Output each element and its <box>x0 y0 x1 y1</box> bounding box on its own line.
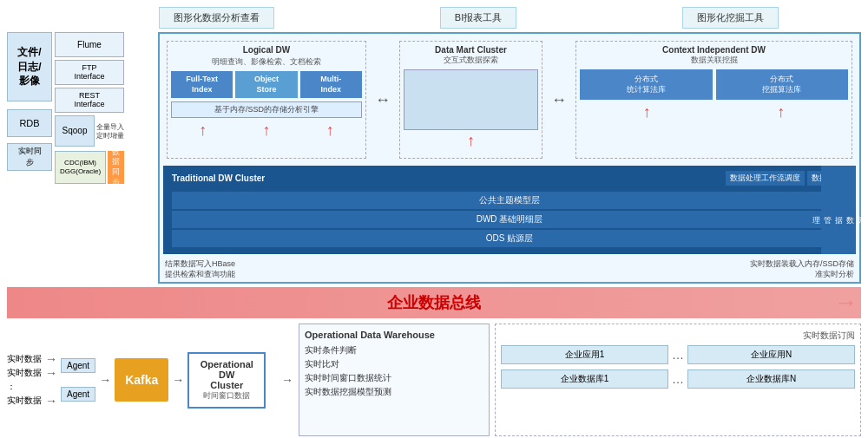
ftp-connector: FTPInterface <box>55 60 124 85</box>
rdb-box: RDB <box>7 109 52 137</box>
traditional-dw-section: Traditional DW Cluster 数据处理工作流调度 数据稽核 公共… <box>160 166 859 258</box>
app-row-2: 企业数据库1 … 企业数据库N <box>501 369 855 389</box>
context-boxes: 分布式统计算法库 分布式挖掘算法库 <box>580 69 848 100</box>
data-mart-cluster: Data Mart Cluster 交互式数据探索 ↑ <box>399 41 542 159</box>
warehouse-items: 实时条件判断 实时比对 实时时间窗口数据统计 实时数据挖掘模型预测 <box>305 343 483 399</box>
data-mart-content <box>404 69 538 130</box>
logical-dw-title: Logical DW <box>171 45 362 55</box>
main-container: 图形化数据分析查看 BI报表工具 图形化挖掘工具 文件/日志/影像 RDB 实时… <box>0 0 868 438</box>
app-box-1: 企业应用1 <box>501 345 668 364</box>
bottom-left: 实时数据 实时数据 ： 实时数据 →→→ Agent Agent → Kafka… <box>7 324 276 436</box>
warehouse-title: Operational Data Warehouse <box>305 330 483 340</box>
op-dw-box: Operational DWCluster 时间窗口数据 <box>187 352 266 409</box>
app-grid: 企业应用1 … 企业应用N 企业数据库1 … 企业数据库N <box>501 345 855 389</box>
db-box-1: 企业数据库1 <box>501 369 668 389</box>
top-label-1: 图形化数据分析查看 <box>159 7 274 29</box>
dots-1: … <box>672 348 684 362</box>
top-labels-row: 图形化数据分析查看 BI报表工具 图形化挖掘工具 <box>7 7 861 29</box>
mine-lib-box: 分布式挖掘算法库 <box>716 69 849 100</box>
arrows-to-agents: →→→ <box>45 352 57 408</box>
agent-box-2: Agent <box>61 387 95 402</box>
realtime-sync-label: 实时同步 <box>7 143 52 171</box>
layer-public: 公共主题模型层 <box>172 192 847 209</box>
op-dw-subtitle: 时间窗口数据 <box>194 390 259 402</box>
object-store-box: ObjectStore <box>235 71 297 98</box>
rt-item-4: 实时数据 <box>7 395 42 407</box>
center-notes: 结果数据写入HBase提供检索和查询功能 实时数据装载入内存/SSD存储准实时分… <box>160 258 859 282</box>
top-label-3: 图形化挖掘工具 <box>682 7 779 29</box>
context-dw-subtitle: 数据关联挖掘 <box>580 55 848 66</box>
trad-dw-title: Traditional DW Cluster <box>172 173 265 183</box>
logical-dw: Logical DW 明细查询、影像检索、文档检索 Full-TextIndex… <box>167 41 366 159</box>
realtime-subscribe-label: 实时数据订阅 <box>501 330 855 342</box>
layer-ods: ODS 贴源层 <box>172 230 847 247</box>
note-right: 实时数据装载入内存/SSD存储准实时分析 <box>750 259 854 280</box>
app-row-1: 企业应用1 … 企业应用N <box>501 345 855 364</box>
data-mart-title: Data Mart Cluster <box>404 45 538 55</box>
rt-item-1: 实时数据 <box>7 353 42 365</box>
kafka-box: Kafka <box>115 358 168 402</box>
bottom-right: 实时数据订阅 企业应用1 … 企业应用N 企业数据库1 … 企业数据库N <box>495 324 861 436</box>
op-dw-title: Operational DWCluster <box>194 359 259 390</box>
app-box-n: 企业应用N <box>687 345 855 364</box>
rt-item-2: 实时数据 <box>7 367 42 379</box>
fulltext-index-box: Full-TextIndex <box>171 71 233 98</box>
meta-label: 元数据管理 <box>821 166 856 254</box>
warehouse-item-3: 实时时间窗口数据统计 <box>305 371 483 385</box>
top-label-2: BI报表工具 <box>440 7 516 29</box>
data-mart-subtitle: 交互式数据探索 <box>404 55 538 66</box>
agent-boxes: Agent Agent <box>61 358 95 402</box>
arrow-to-kafka: → <box>99 373 111 387</box>
realtime-items: 实时数据 实时数据 ： 实时数据 <box>7 353 42 407</box>
context-dw-title: Context Independent DW <box>580 45 848 55</box>
warehouse-item-4: 实时数据挖掘模型预测 <box>305 385 483 399</box>
stat-lib-box: 分布式统计算法库 <box>580 69 713 100</box>
arrow-to-warehouse: → <box>281 324 293 436</box>
enterprise-bus: ← 企业数据总线 → <box>7 287 861 318</box>
warehouse-item-1: 实时条件判断 <box>305 343 483 357</box>
realtime-sync-box: 实时数据同步组件 <box>108 151 124 184</box>
cdc-box: CDC(IBM)DGG(Oracle) <box>55 151 106 184</box>
import-label: 全量导入定时增量 <box>96 115 124 148</box>
file-box: 文件/日志/影像 <box>7 32 52 101</box>
warehouse-item-2: 实时比对 <box>305 357 483 371</box>
trad-dw-header: Traditional DW Cluster 数据处理工作流调度 数据稽核 <box>167 169 852 187</box>
layer-dwd: DWD 基础明细层 <box>172 211 847 228</box>
arrow-to-opdw: → <box>172 373 184 387</box>
note-left: 结果数据写入HBase提供检索和查询功能 <box>165 259 235 280</box>
agent-box-1: Agent <box>61 358 95 373</box>
trad-layers: 公共主题模型层 DWD 基础明细层 ODS 贴源层 <box>167 190 852 251</box>
context-dw: Context Independent DW 数据关联挖掘 分布式统计算法库 分… <box>575 41 852 159</box>
dots-2: … <box>672 372 684 386</box>
rest-connector: RESTInterface <box>55 88 124 113</box>
rt-item-3: ： <box>7 381 42 393</box>
multi-index-box: Multi-Index <box>300 71 362 98</box>
db-box-n: 企业数据库N <box>687 369 855 389</box>
operational-data-warehouse: Operational Data Warehouse 实时条件判断 实时比对 实… <box>299 324 490 436</box>
processing-box: 数据处理工作流调度 <box>726 171 805 186</box>
sqoop-box: Sqoop <box>55 115 95 147</box>
flume-connector: Flume <box>55 32 124 57</box>
logical-dw-boxes: Full-TextIndex ObjectStore Multi-Index <box>171 71 362 98</box>
ssd-label: 基于内存/SSD的存储分析引擎 <box>171 101 362 118</box>
traditional-dw: Traditional DW Cluster 数据处理工作流调度 数据稽核 公共… <box>163 166 856 254</box>
bottom-section: 实时数据 实时数据 ： 实时数据 →→→ Agent Agent → Kafka… <box>7 324 861 436</box>
logical-dw-subtitle: 明细查询、影像检索、文档检索 <box>171 56 362 68</box>
